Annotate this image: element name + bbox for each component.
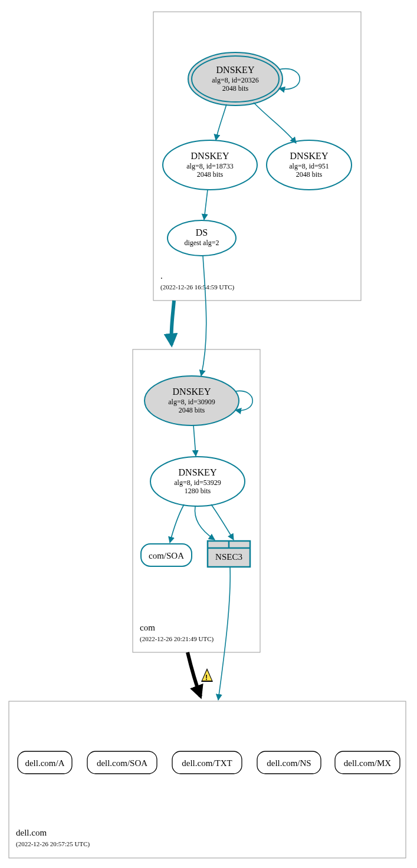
- svg-text:dell.com/TXT: dell.com/TXT: [182, 758, 232, 768]
- svg-text:!: !: [205, 674, 208, 682]
- zone-root-time: (2022-12-26 16:54:59 UTC): [160, 283, 235, 291]
- svg-text:DNSKEY: DNSKEY: [173, 387, 211, 397]
- svg-text:2048 bits: 2048 bits: [222, 84, 249, 93]
- zone-com-name: com: [140, 623, 155, 632]
- svg-text:DNSKEY: DNSKEY: [179, 467, 217, 477]
- svg-text:alg=8, id=20326: alg=8, id=20326: [212, 76, 259, 84]
- node-dell-ns: dell.com/NS: [257, 751, 321, 774]
- zone-dell-time: (2022-12-26 20:57:25 UTC): [16, 840, 90, 848]
- node-dell-mx: dell.com/MX: [335, 751, 400, 774]
- zone-dell: dell.com (2022-12-26 20:57:25 UTC): [9, 701, 406, 858]
- svg-text:dell.com/SOA: dell.com/SOA: [97, 758, 147, 768]
- svg-text:1280 bits: 1280 bits: [185, 487, 211, 495]
- svg-text:dell.com/MX: dell.com/MX: [344, 758, 392, 768]
- node-root-zsk2: DNSKEY alg=8, id=951 2048 bits: [267, 140, 352, 190]
- svg-text:dell.com/NS: dell.com/NS: [267, 758, 311, 768]
- svg-text:alg=8, id=30909: alg=8, id=30909: [168, 398, 215, 406]
- node-com-soa: com/SOA: [141, 544, 192, 566]
- node-com-zsk: DNSKEY alg=8, id=53929 1280 bits: [150, 457, 245, 506]
- svg-text:DNSKEY: DNSKEY: [191, 151, 229, 161]
- zone-root-name: .: [160, 271, 163, 280]
- svg-point-14: [168, 220, 236, 256]
- node-dell-txt: dell.com/TXT: [172, 751, 242, 774]
- svg-text:DS: DS: [196, 227, 208, 237]
- edge-com-to-dell: [188, 652, 201, 697]
- node-root-ksk: DNSKEY alg=8, id=20326 2048 bits: [188, 52, 283, 105]
- zone-com-time: (2022-12-26 20:21:49 UTC): [140, 635, 214, 643]
- node-dell-soa: dell.com/SOA: [87, 751, 157, 774]
- svg-text:digest alg=2: digest alg=2: [184, 239, 219, 247]
- svg-text:2048 bits: 2048 bits: [296, 170, 323, 179]
- svg-text:NSEC3: NSEC3: [215, 552, 242, 562]
- dnssec-diagram: . (2022-12-26 16:54:59 UTC) DNSKEY alg=8…: [0, 0, 417, 868]
- svg-text:alg=8, id=53929: alg=8, id=53929: [174, 478, 221, 487]
- svg-rect-32: [9, 701, 406, 858]
- zone-dell-name: dell.com: [16, 828, 47, 837]
- warning-icon: !: [201, 668, 213, 682]
- svg-text:2048 bits: 2048 bits: [197, 170, 224, 179]
- edge-root-to-com: [171, 301, 174, 345]
- node-com-nsec3: NSEC3: [208, 541, 250, 567]
- node-root-zsk1: DNSKEY alg=8, id=18733 2048 bits: [163, 140, 257, 190]
- node-root-ds: DS digest alg=2: [168, 220, 236, 256]
- svg-text:2048 bits: 2048 bits: [179, 406, 205, 414]
- svg-text:DNSKEY: DNSKEY: [290, 151, 329, 161]
- svg-text:DNSKEY: DNSKEY: [216, 65, 255, 75]
- svg-text:alg=8, id=951: alg=8, id=951: [289, 162, 329, 170]
- node-dell-a: dell.com/A: [18, 751, 72, 774]
- svg-text:alg=8, id=18733: alg=8, id=18733: [186, 162, 234, 170]
- svg-text:dell.com/A: dell.com/A: [25, 758, 64, 768]
- node-com-ksk: DNSKEY alg=8, id=30909 2048 bits: [145, 376, 239, 425]
- svg-text:com/SOA: com/SOA: [149, 551, 184, 560]
